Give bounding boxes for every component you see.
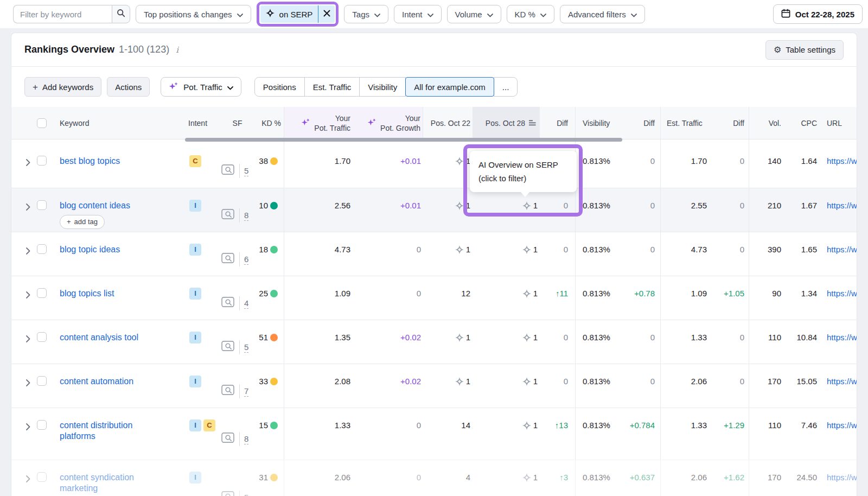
expand-row-button[interactable] <box>11 139 35 188</box>
ai-overview-icon[interactable] <box>455 333 464 345</box>
expand-row-button[interactable] <box>11 408 35 460</box>
tab-all-for-example[interactable]: All for example.com <box>405 77 494 97</box>
sf-count[interactable]: 7 <box>244 386 248 397</box>
row-checkbox[interactable] <box>37 376 47 386</box>
ai-overview-icon[interactable] <box>522 377 532 389</box>
keyword-link[interactable]: blog topics list <box>60 288 114 299</box>
search-button[interactable] <box>112 5 130 23</box>
tab-more[interactable]: ... <box>494 77 518 97</box>
ai-overview-icon[interactable] <box>455 156 464 169</box>
column-header-diff-visibility[interactable]: Diff <box>619 107 661 139</box>
row-checkbox[interactable] <box>37 420 47 430</box>
url-link[interactable]: https://w <box>827 244 857 255</box>
column-header-keyword[interactable]: Keyword <box>50 107 178 139</box>
expand-row-button[interactable] <box>11 364 35 408</box>
ai-overview-icon[interactable] <box>455 201 464 213</box>
column-header-pos-oct-22[interactable]: Pos. Oct 22 <box>423 107 473 139</box>
column-header-volume[interactable]: Vol. <box>749 107 783 139</box>
column-header-visibility[interactable]: Visibility <box>576 107 619 139</box>
add-keywords-button[interactable]: + Add keywords <box>24 77 101 97</box>
row-checkbox[interactable] <box>37 332 47 342</box>
sf-count[interactable]: 5 <box>244 166 248 176</box>
volume-dropdown[interactable]: Volume <box>447 5 501 23</box>
pos-diff-value: ↑13 <box>555 420 568 431</box>
url-link[interactable]: https://w <box>827 420 857 431</box>
top-positions-dropdown[interactable]: Top positions & changes <box>136 5 251 23</box>
url-link[interactable]: https://w <box>827 288 857 299</box>
row-checkbox[interactable] <box>37 244 47 254</box>
expand-row-button[interactable] <box>11 232 35 276</box>
row-checkbox[interactable] <box>37 472 47 482</box>
ai-overview-icon[interactable] <box>455 245 464 257</box>
visibility-diff-cell: 0 <box>619 232 661 276</box>
pos-diff-cell: 0 <box>540 188 576 232</box>
keyword-link[interactable]: blog content ideas <box>60 200 130 211</box>
pot-traffic-cell: 1.70 <box>284 139 353 188</box>
sf-count[interactable]: 8 <box>244 210 248 221</box>
sf-count[interactable]: 6 <box>244 254 248 265</box>
keyword-link[interactable]: content automation <box>60 376 133 387</box>
table-settings-button[interactable]: ⚙ Table settings <box>765 40 844 60</box>
volume-cell: 140 <box>749 139 783 188</box>
column-header-url[interactable]: URL <box>819 107 857 139</box>
url-link[interactable]: https://w <box>827 472 857 483</box>
row-checkbox[interactable] <box>37 288 47 298</box>
add-tag-button[interactable]: +add tag <box>60 215 105 229</box>
column-header-kd[interactable]: KD % <box>254 107 284 139</box>
date-range-picker[interactable]: Oct 22-28, 2025 <box>773 4 863 24</box>
url-link[interactable]: https://w <box>827 376 857 387</box>
url-link[interactable]: https://w <box>827 200 857 211</box>
est-traffic-value: 2.55 <box>691 200 707 211</box>
sf-count[interactable]: 5 <box>244 492 248 496</box>
ai-overview-icon[interactable] <box>522 333 532 345</box>
sf-count[interactable]: 8 <box>244 434 248 444</box>
column-header-diff-est-traffic[interactable]: Diff <box>709 107 749 139</box>
expand-row-button[interactable] <box>11 276 35 320</box>
tab-est-traffic[interactable]: Est. Traffic <box>304 77 360 97</box>
ai-overview-icon[interactable] <box>455 377 464 389</box>
select-all-checkbox[interactable] <box>37 118 47 128</box>
column-header-cpc[interactable]: CPC <box>783 107 819 139</box>
horizontal-scrollbar[interactable] <box>185 138 622 142</box>
remove-serp-filter-button[interactable] <box>318 5 335 23</box>
column-header-intent[interactable]: Intent <box>178 107 220 139</box>
column-header-pos-oct-28[interactable]: Pos. Oct 28 <box>473 107 540 139</box>
column-header-est-traffic[interactable]: Est. Traffic <box>661 107 709 139</box>
keyword-link[interactable]: content analysis tool <box>60 332 138 343</box>
actions-button[interactable]: Actions <box>107 77 150 97</box>
kd-cell: 33 <box>254 364 284 408</box>
keyword-link[interactable]: best blog topics <box>60 156 120 167</box>
url-link[interactable]: https://w <box>827 332 857 343</box>
row-checkbox[interactable] <box>37 200 47 210</box>
sf-count[interactable]: 5 <box>244 342 248 353</box>
pot-growth-cell: +0.01 <box>353 139 423 188</box>
row-checkbox[interactable] <box>37 156 47 166</box>
advanced-filters-dropdown[interactable]: Advanced filters <box>560 5 645 23</box>
on-serp-filter-chip[interactable]: on SERP <box>260 5 335 23</box>
tab-positions[interactable]: Positions <box>254 77 305 97</box>
column-header-pot-growth[interactable]: YourPot. Growth <box>353 107 423 139</box>
ai-overview-icon[interactable] <box>522 245 532 257</box>
expand-row-button[interactable] <box>11 188 35 232</box>
keyword-link[interactable]: content distribution platforms <box>60 420 160 442</box>
column-header-diff-pos[interactable]: Diff <box>540 107 576 139</box>
intent-dropdown[interactable]: Intent <box>394 5 442 23</box>
tags-dropdown[interactable]: Tags <box>344 5 388 23</box>
expand-row-button[interactable] <box>11 320 35 364</box>
sf-count[interactable]: 4 <box>244 298 248 309</box>
keyword-link[interactable]: content syndication marketing <box>60 472 160 494</box>
tab-visibility[interactable]: Visibility <box>359 77 406 97</box>
keyword-filter-input[interactable] <box>13 5 112 23</box>
ai-overview-icon[interactable] <box>522 289 532 301</box>
kd-dropdown[interactable]: KD % <box>507 5 554 23</box>
column-header-sf[interactable]: SF <box>220 107 254 139</box>
pot-traffic-dropdown[interactable]: Pot. Traffic <box>161 77 241 97</box>
ai-overview-icon[interactable] <box>522 473 532 485</box>
expand-row-button[interactable] <box>11 460 35 496</box>
column-header-pot-traffic[interactable]: YourPot. Traffic <box>284 107 353 139</box>
url-link[interactable]: https://w <box>827 156 857 167</box>
info-icon[interactable]: i <box>176 45 178 55</box>
ai-overview-icon[interactable] <box>522 201 532 213</box>
ai-overview-icon[interactable] <box>522 421 532 433</box>
keyword-link[interactable]: blog topic ideas <box>60 244 120 255</box>
